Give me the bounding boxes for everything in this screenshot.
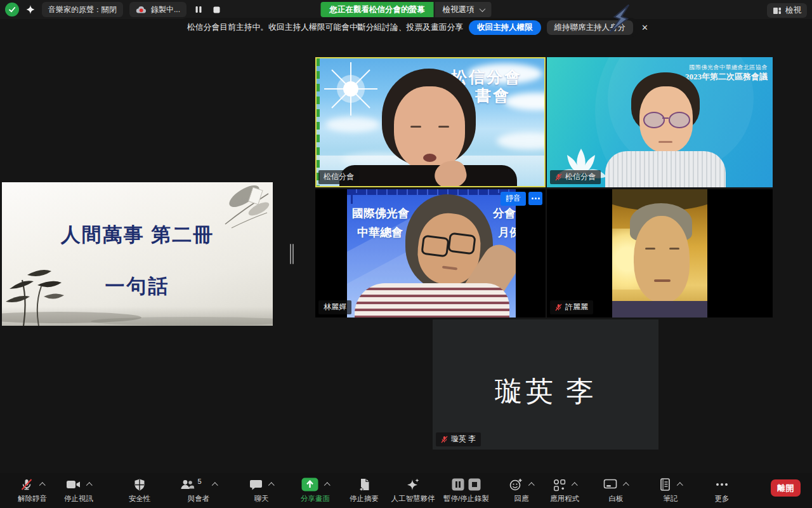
apps-label: 應用程式 [542,494,587,504]
original-sound-label: 音樂家的原聲：關閉 [48,4,117,15]
apps-button[interactable]: 應用程式 [542,477,587,504]
chevron-up-icon[interactable] [528,482,535,488]
muted-mic-icon [555,173,562,181]
summary-document-icon [358,478,371,491]
meeting-topbar: 音樂家的原聲：關閉 錄製中... 您正在觀看松信分會的螢幕 檢視選項 [0,0,812,19]
background-text-line2: 書會 [475,85,511,106]
view-options-button[interactable]: 檢視選項 [435,2,492,17]
muted-mic-icon [20,478,34,491]
participants-label: 與會者 [173,494,225,504]
participant-name: 璇英 李 [451,434,476,444]
chevron-up-icon[interactable] [86,482,92,488]
participant-name-tag: 松信分會 [550,170,601,184]
background-text-left1: 國際佛光會 [352,206,409,221]
video-tile-speaker[interactable]: 松信分會 書會 松信分會 [315,57,546,187]
pause-stop-recording-label: 暫停/停止錄製 [439,494,494,504]
pause-recording-icon[interactable] [193,4,204,15]
chevron-down-icon [479,6,485,12]
more-options-button[interactable] [528,192,542,205]
participant-name-tag: 璇英 李 [436,432,481,446]
chat-bubble-icon [249,478,263,491]
muted-mic-icon [555,304,562,311]
share-screen-label: 分享畫面 [291,494,340,504]
recording-label: 錄製中... [151,4,180,15]
video-tile-cohost[interactable]: 國際佛光會中華總會北區協會 2023年第二次區務會議 [547,57,773,187]
participant-display-name: 璇英 李 [433,373,658,410]
sun-icon [322,60,380,118]
meeting-toolbar: 解除靜音 停止視訊 安全性 [0,473,812,508]
watching-banner-text: 您正在觀看松信分會的螢幕 [330,4,425,15]
participants-count-badge: 5 [197,478,201,485]
share-screen-button[interactable]: 分享畫面 [291,477,340,504]
topbar-right-cluster: 檢視 [767,3,807,18]
more-dots-icon [715,478,729,491]
notification-message: 松信分會目前主持中。收回主持人權限可能會中斷分組討論、投票及畫面分享 [187,22,463,33]
shared-screen-view: 人間萬事 第二冊 一句話 [2,182,273,326]
participant-name-tag: 林麗嬋 [318,300,351,314]
layout-divider-handle[interactable] [290,244,296,264]
reactions-label: 回應 [499,494,544,504]
shield-icon [133,478,146,491]
chevron-up-icon[interactable] [268,482,274,488]
chevron-up-icon[interactable] [211,482,218,488]
notes-button[interactable]: 筆記 [648,477,693,504]
stop-summary-button[interactable]: 停止摘要 [343,477,385,504]
pause-icon[interactable] [452,478,464,491]
reactions-smiley-icon [509,478,523,491]
chevron-up-icon[interactable] [324,482,330,488]
background-text-right2: 月例 [498,225,516,240]
unmute-button[interactable]: 解除靜音 [5,477,60,504]
chevron-up-icon[interactable] [677,482,683,488]
video-tile-xu[interactable]: 許麗麗 [547,189,773,318]
leave-meeting-button[interactable]: 離開 [771,479,801,497]
meeting-security-icon[interactable] [5,3,19,17]
whiteboard-label: 白板 [594,494,638,504]
video-tile-li[interactable]: 璇英 李 璇英 李 [433,319,658,450]
view-layout-button[interactable]: 檢視 [767,3,807,18]
stop-recording-icon[interactable] [211,4,222,15]
share-screen-icon [301,478,318,491]
ai-companion-icon [406,478,420,491]
mute-button[interactable]: 靜音 [501,192,526,206]
slide-subtitle: 一句話 [2,273,273,300]
org-line2: 2023年第二次區務會議 [685,71,768,83]
reclaim-host-button[interactable]: 收回主持人權限 [469,20,541,35]
video-tile-lin[interactable]: 國際佛光會 中華總會 分會 月例 靜音 林麗嬋 [315,189,546,318]
ai-sparkle-icon[interactable] [25,4,36,15]
close-icon[interactable]: ✕ [641,23,648,32]
background-text-right1: 分會 [493,206,516,221]
ai-companion-button[interactable]: 人工智慧夥伴 [384,477,442,504]
view-button-label: 檢視 [785,5,801,16]
video-camera-icon [66,479,81,490]
stop-video-button[interactable]: 停止視訊 [53,477,104,504]
more-button[interactable]: 更多 [703,477,741,504]
notes-label: 筆記 [648,494,693,504]
chevron-up-icon[interactable] [39,482,46,488]
meander-corner [351,193,365,204]
participant-video [612,189,707,318]
participants-button[interactable]: 5 與會者 [173,477,225,504]
participant-name-tag: 松信分會 [318,170,359,184]
participant-name: 松信分會 [565,171,596,182]
chevron-up-icon[interactable] [623,482,629,488]
participant-name: 許麗麗 [565,302,588,312]
pause-stop-recording-button[interactable]: 暫停/停止錄製 [439,477,494,504]
cloud [497,132,544,150]
notes-icon [658,478,671,491]
participants-icon [180,478,195,491]
chevron-up-icon[interactable] [571,482,577,488]
security-button[interactable]: 安全性 [121,477,159,504]
banner-border-decoration [347,189,516,195]
reactions-button[interactable]: 回應 [499,477,544,504]
chat-button[interactable]: 聊天 [239,477,284,504]
original-sound-toggle[interactable]: 音樂家的原聲：關閉 [42,2,123,17]
watching-screen-banner: 您正在觀看松信分會的螢幕 [321,2,434,17]
whiteboard-button[interactable]: 白板 [594,477,638,504]
host-control-notification: 松信分會目前主持中。收回主持人權限可能會中斷分組討論、投票及畫面分享 收回主持人… [181,18,638,37]
slide-title: 人間萬事 第二冊 [2,222,273,248]
stop-icon[interactable] [468,478,481,491]
virtual-background-sky: 松信分會 書會 [317,58,544,186]
participant-name: 林麗嬋 [324,302,346,312]
whiteboard-icon [603,478,617,491]
unmute-label: 解除靜音 [5,494,60,504]
